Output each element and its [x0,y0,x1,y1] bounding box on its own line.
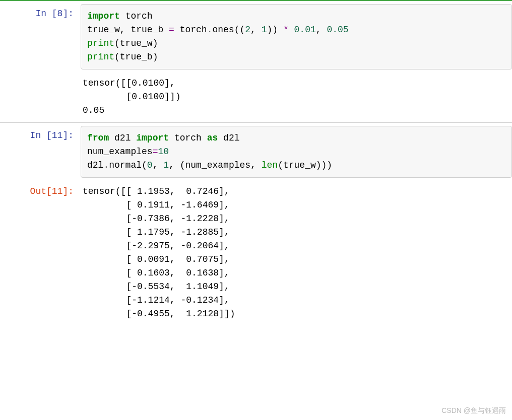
notebook-cell: In [11]: from d2l import torch as d2l nu… [0,122,512,181]
cell-body: import torch true_w, true_b = torch.ones… [81,1,512,122]
output-prompt: Out[11]: [0,181,81,326]
input-prompt: In [8]: [0,1,81,122]
code-input[interactable]: from d2l import torch as d2l num_example… [81,126,512,178]
execute-result: tensor([[ 1.1953, 0.7246], [ 0.1911, -1.… [81,181,512,326]
cell-body: tensor([[ 1.1953, 0.7246], [ 0.1911, -1.… [81,181,512,326]
notebook-cell: In [8]: import torch true_w, true_b = to… [0,0,512,122]
stdout-output: tensor([[0.0100], [0.0100]]) 0.05 [81,73,512,122]
input-prompt: In [11]: [0,123,81,181]
code-input[interactable]: import torch true_w, true_b = torch.ones… [81,4,512,69]
output-row: Out[11]: tensor([[ 1.1953, 0.7246], [ 0.… [0,181,512,326]
cell-body: from d2l import torch as d2l num_example… [81,123,512,181]
